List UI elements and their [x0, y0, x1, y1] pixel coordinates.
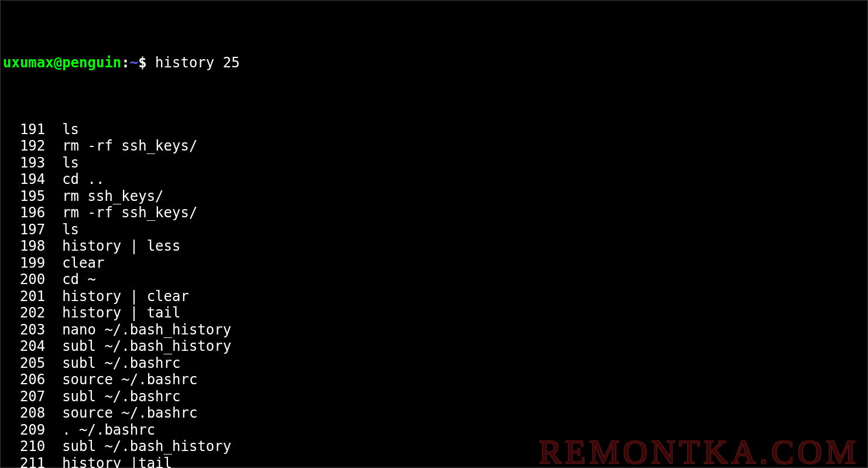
- prompt-colon: :: [121, 54, 129, 71]
- history-line: 200 cd ~: [3, 271, 865, 288]
- prompt-line-1: uxumax@penguin:~$ history 25: [3, 54, 865, 71]
- history-line: 206 source ~/.bashrc: [3, 371, 865, 388]
- history-line: 209 . ~/.bashrc: [3, 422, 865, 439]
- terminal-window[interactable]: uxumax@penguin:~$ history 25 191 ls 192 …: [0, 0, 868, 468]
- history-line: 207 subl ~/.bashrc: [3, 388, 865, 405]
- history-line: 203 nano ~/.bash_history: [3, 322, 865, 339]
- history-line: 204 subl ~/.bash_history: [3, 338, 865, 355]
- entered-command: [147, 54, 155, 71]
- history-line: 192 rm -rf ssh_keys/: [3, 138, 865, 155]
- history-output: 191 ls 192 rm -rf ssh_keys/ 193 ls 194 c…: [3, 121, 865, 469]
- history-line: 193 ls: [3, 155, 865, 172]
- history-line: 208 source ~/.bashrc: [3, 405, 865, 422]
- history-line: 199 clear: [3, 255, 865, 272]
- history-line: 202 history | tail: [3, 305, 865, 322]
- prompt-dollar: $: [138, 54, 146, 71]
- history-line: 191 ls: [3, 121, 865, 138]
- history-line: 196 rm -rf ssh_keys/: [3, 204, 865, 221]
- history-line: 198 history | less: [3, 238, 865, 255]
- prompt-path: ~: [130, 54, 138, 71]
- history-line: 211 history |tail: [3, 455, 865, 469]
- history-line: 195 rm ssh_keys/: [3, 188, 865, 205]
- history-line: 197 ls: [3, 221, 865, 238]
- history-line: 201 history | clear: [3, 288, 865, 305]
- prompt-user-host: uxumax@penguin: [3, 54, 121, 71]
- history-line: 194 cd ..: [3, 171, 865, 188]
- history-line: 210 subl ~/.bash_history: [3, 438, 865, 455]
- history-line: 205 subl ~/.bashrc: [3, 355, 865, 372]
- entered-command-text: history 25: [155, 54, 240, 71]
